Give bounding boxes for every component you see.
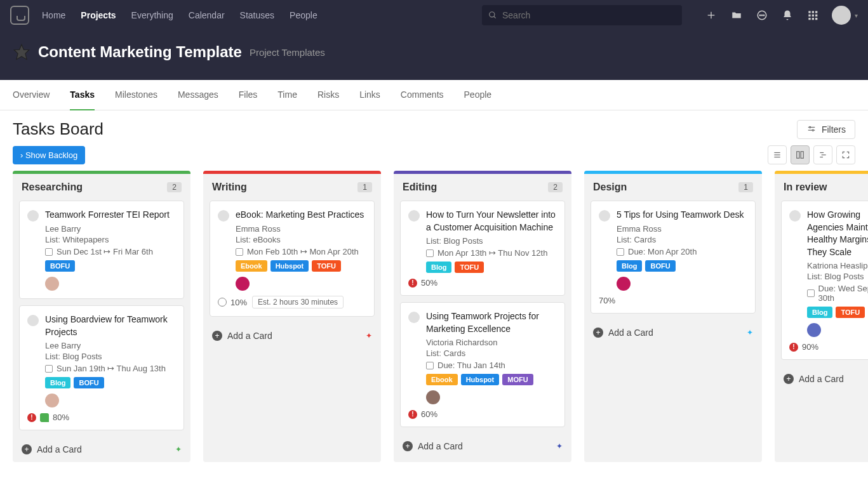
assignee-avatar[interactable] (236, 277, 250, 291)
task-card[interactable]: 5 Tips for Using Teamwork Desk Emma Ross… (591, 201, 756, 314)
column-marker-icon[interactable]: ✦ (747, 328, 753, 337)
column-header[interactable]: In review (775, 174, 868, 201)
tab-milestones[interactable]: Milestones (115, 80, 157, 110)
tab-overview[interactable]: Overview (13, 80, 50, 110)
plus-icon: + (212, 331, 222, 341)
tag[interactable]: Hubspot (270, 260, 309, 272)
search-input[interactable] (502, 10, 676, 20)
task-card[interactable]: Using Boardview for Teamwork Projects Le… (19, 305, 184, 430)
complete-toggle[interactable] (27, 210, 39, 222)
task-card[interactable]: eBook: Marketing Best Practices Emma Ros… (210, 201, 375, 317)
tag[interactable]: Blog (807, 307, 832, 318)
chat-icon[interactable] (756, 9, 768, 22)
view-gantt-icon[interactable] (813, 145, 832, 164)
complete-toggle[interactable] (599, 210, 610, 222)
svg-point-19 (809, 126, 810, 128)
add-card-button[interactable]: + Add a Card ✦ (584, 320, 762, 345)
add-card-button[interactable]: + Add a Card ✦ (394, 434, 571, 459)
tab-time[interactable]: Time (277, 80, 297, 110)
add-card-button[interactable]: + Add a Card ✦ (203, 323, 381, 348)
tag[interactable]: TOFU (836, 307, 865, 318)
project-subtitle[interactable]: Project Templates (250, 47, 325, 58)
card-tags: EbookHubspotMOFU (426, 374, 557, 385)
nav-projects[interactable]: Projects (81, 10, 116, 20)
tag[interactable]: MOFU (502, 374, 533, 385)
column-marker-icon[interactable]: ✦ (366, 331, 372, 340)
bell-icon[interactable] (781, 9, 794, 22)
tag[interactable]: BOFU (45, 260, 75, 272)
svg-rect-13 (815, 15, 817, 17)
tag[interactable]: BOFU (74, 377, 103, 388)
tag[interactable]: Blog (617, 260, 642, 272)
nav-people[interactable]: People (290, 10, 317, 20)
nav-everything[interactable]: Everything (131, 10, 173, 20)
view-expand-icon[interactable] (836, 145, 855, 164)
tab-risks[interactable]: Risks (317, 80, 339, 110)
chevron-down-icon[interactable]: ▾ (855, 12, 858, 19)
add-card-label: Add a Card (227, 331, 272, 341)
column-marker-icon[interactable]: ✦ (556, 442, 563, 451)
column-name: Researching (22, 182, 83, 193)
task-card[interactable]: Teamwork Forrester TEI Report Lee Barry … (19, 201, 184, 299)
folder-icon[interactable] (730, 9, 743, 22)
board-columns: Researching 2 Teamwork Forrester TEI Rep… (0, 171, 868, 462)
comment-icon[interactable] (40, 413, 49, 422)
tab-links[interactable]: Links (359, 80, 380, 110)
add-card-button[interactable]: + Add a Card ✦ (775, 366, 868, 392)
apps-icon[interactable] (806, 9, 819, 22)
add-icon[interactable] (705, 9, 718, 22)
user-avatar[interactable] (832, 6, 851, 25)
app-logo[interactable] (10, 6, 29, 25)
nav-statuses[interactable]: Statuses (240, 10, 274, 20)
svg-rect-12 (812, 15, 814, 17)
complete-toggle[interactable] (789, 210, 801, 222)
tab-people[interactable]: People (464, 80, 492, 110)
assignee-avatar[interactable] (617, 277, 631, 291)
tag[interactable]: TOFU (312, 260, 341, 272)
column-header[interactable]: Researching 2 (13, 174, 190, 201)
progress-pct: 90% (802, 342, 818, 352)
tag[interactable]: Hubspot (461, 374, 500, 385)
column-count: 2 (167, 182, 182, 192)
tag[interactable]: Blog (45, 377, 70, 388)
star-icon[interactable] (13, 43, 30, 61)
clock-icon (218, 298, 227, 307)
assignee-avatar[interactable] (45, 394, 59, 407)
view-list-icon[interactable] (768, 145, 787, 164)
column-header[interactable]: Design 1 (584, 174, 762, 201)
tab-comments[interactable]: Comments (401, 80, 444, 110)
search-box[interactable] (482, 5, 682, 25)
filters-button[interactable]: Filters (797, 120, 855, 139)
nav-calendar[interactable]: Calendar (189, 10, 225, 20)
complete-toggle[interactable] (27, 315, 39, 326)
assignee-avatar[interactable] (426, 390, 440, 404)
complete-toggle[interactable] (408, 210, 420, 222)
tab-files[interactable]: Files (239, 80, 258, 110)
alert-icon: ! (789, 343, 798, 352)
view-board-icon[interactable] (791, 145, 810, 164)
task-card[interactable]: How to Turn Your Newsletter into a Custo… (400, 201, 565, 296)
tab-messages[interactable]: Messages (178, 80, 218, 110)
card-dates: Due: Wed Sep 30th (807, 284, 868, 303)
tag[interactable]: BOFU (645, 260, 675, 272)
assignee-avatar[interactable] (807, 323, 821, 337)
card-tags: EbookHubspotTOFU (236, 260, 366, 272)
task-card[interactable]: How Growing Agencies Maintain Healthy Ma… (781, 201, 868, 360)
complete-toggle[interactable] (408, 312, 420, 323)
tab-tasks[interactable]: Tasks (70, 80, 95, 110)
complete-toggle[interactable] (218, 210, 229, 222)
column-header[interactable]: Writing 1 (203, 174, 381, 201)
add-card-button[interactable]: + Add a Card ✦ (13, 437, 190, 462)
column-header[interactable]: Editing 2 (394, 174, 571, 201)
task-card[interactable]: Using Teamwork Projects for Marketing Ex… (400, 302, 565, 427)
tag[interactable]: Ebook (236, 260, 267, 272)
tag[interactable]: Blog (426, 262, 451, 273)
tag[interactable]: Ebook (426, 374, 458, 385)
assignee-avatar[interactable] (45, 277, 59, 291)
filter-icon (806, 125, 817, 134)
tag[interactable]: TOFU (455, 262, 484, 273)
column-marker-icon[interactable]: ✦ (175, 445, 182, 454)
nav-home[interactable]: Home (42, 10, 65, 20)
show-backlog-button[interactable]: › Show Backlog (13, 146, 85, 164)
filters-label: Filters (822, 124, 846, 135)
